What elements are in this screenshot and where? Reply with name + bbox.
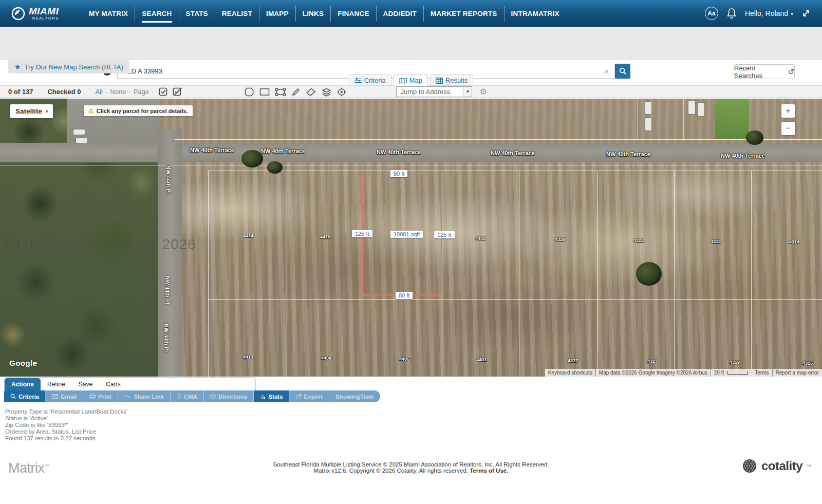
zoom-out-button[interactable]: − — [781, 122, 795, 135]
layers-icon[interactable] — [321, 87, 332, 97]
greeting-text: Hello, Roland — [745, 9, 788, 17]
radius-draw-tool-icon[interactable] — [244, 87, 254, 97]
map-attribution: Keyboard shortcuts Map data ©2026 Google… — [545, 369, 822, 377]
terms-of-use-link[interactable]: Terms of Use. — [470, 468, 508, 474]
search-icon — [619, 67, 627, 75]
tab-criteria[interactable]: Criteria — [349, 74, 391, 86]
directions-icon — [210, 394, 216, 399]
export-button[interactable]: Export — [290, 390, 329, 402]
stats-button[interactable]: Stats — [254, 390, 289, 402]
share-link-button[interactable]: Share Link — [118, 390, 171, 402]
parcel-number: 4405 — [399, 357, 409, 362]
brand-sub: REALTORS — [29, 16, 59, 21]
terms-link[interactable]: Terms — [752, 369, 772, 377]
google-logo: Google — [9, 359, 38, 367]
field-texture — [181, 162, 822, 377]
showingtime-button[interactable]: ShowingTime — [329, 390, 380, 402]
parcel-line — [287, 171, 287, 377]
tab-carts[interactable]: Carts — [99, 378, 127, 390]
parcel-dim-right: 125 ft — [434, 231, 455, 238]
criteria-button[interactable]: Criteria — [4, 390, 46, 402]
map-data-credit: Map data ©2026 Google Imagery ©2026 Airb… — [596, 369, 711, 377]
cotality-globe-icon — [742, 458, 757, 474]
new-map-search-beta-button[interactable]: ★ Try Our New Map Search (BETA) — [8, 60, 129, 73]
tree — [636, 262, 662, 286]
cotality-logo: cotality ™ — [742, 458, 811, 474]
report-map-error-link[interactable]: Report a map error — [773, 369, 822, 377]
parcel-line — [208, 171, 209, 377]
parcel-number: 4326 — [555, 237, 565, 242]
map-toolbar: 0 of 137 Checked 0 All · None · Page · — [0, 85, 822, 98]
parcel-line — [208, 299, 822, 300]
tab-refine[interactable]: Refine — [41, 378, 72, 390]
user-menu[interactable]: Hello, Roland ▾ — [745, 9, 793, 17]
jump-to-address-select[interactable]: Jump to Address ▼ — [396, 86, 472, 97]
road-label: NW 40th Terrace — [721, 153, 765, 159]
road-label: NW 40th Terrace — [606, 151, 650, 157]
rectangle-draw-tool-icon[interactable] — [259, 87, 270, 97]
tab-results[interactable]: Results — [430, 74, 473, 86]
parcel-number: 4413 — [243, 354, 253, 360]
view-tabs: Criteria Map Results — [0, 74, 822, 86]
car — [73, 129, 85, 135]
pencil-draw-tool-icon[interactable] — [291, 87, 301, 97]
nav-item-search[interactable]: SEARCH — [135, 6, 178, 22]
print-button[interactable]: Print — [83, 390, 118, 402]
nav-item-my-matrix[interactable]: MY MATRIX — [82, 6, 135, 22]
parcel-area-label: 10001 sqft — [390, 231, 423, 238]
parcel-line — [674, 171, 675, 377]
road-label: NW 44th Pl — [163, 324, 170, 352]
cotality-name: cotality — [761, 459, 802, 473]
recenter-target-icon[interactable] — [337, 87, 347, 97]
parcel-number: 4322 — [633, 238, 644, 243]
directions-button[interactable]: Directions — [204, 390, 254, 402]
nav-item-stats[interactable]: STATS — [179, 6, 215, 22]
result-count: 0 of 137 — [8, 88, 33, 96]
nav-item-intramatrix[interactable]: INTRAMATRIX — [504, 6, 566, 22]
select-all-link[interactable]: All — [95, 88, 102, 96]
nav-item-imapp[interactable]: IMAPP — [259, 6, 295, 22]
action-buttons-bar: Criteria Email Print Share Link CMA Dire… — [4, 390, 380, 402]
road-label: NW 40th Terrace — [491, 150, 535, 156]
nav-item-add-edit[interactable]: ADD/EDIT — [376, 6, 423, 22]
zoom-in-button[interactable]: + — [781, 104, 795, 118]
tab-map[interactable]: Map — [394, 74, 428, 86]
map-settings-gear-icon[interactable]: ⚙ — [479, 87, 487, 97]
parcel-number: 4315 — [802, 361, 813, 366]
road-label: NW 40th Terrace — [190, 147, 234, 153]
nav-item-realist[interactable]: REALIST — [215, 6, 259, 22]
map-scale: 20 ft — [711, 369, 751, 377]
nav-item-market-reports[interactable]: MARKET REPORTS — [423, 6, 504, 22]
search-input[interactable] — [118, 67, 600, 75]
criteria-line: Ordered by Area, Status, List Price — [5, 428, 127, 435]
satellite-map[interactable]: NW 40th Terrace NW 40th Terrace NW 40th … — [0, 99, 822, 377]
nav-item-finance[interactable]: FINANCE — [330, 6, 376, 22]
polygon-draw-tool-icon[interactable] — [275, 87, 286, 97]
nav-item-links[interactable]: LINKS — [295, 6, 331, 22]
map-type-button[interactable]: Satellite ▾ — [10, 104, 53, 118]
eraser-tool-icon[interactable] — [306, 87, 316, 97]
table-icon — [436, 78, 443, 84]
cma-button[interactable]: CMA — [171, 390, 204, 402]
email-button[interactable]: Email — [46, 390, 83, 402]
brand-name: MIAMI — [29, 6, 59, 16]
car — [76, 138, 87, 143]
printer-icon — [89, 394, 96, 399]
top-nav: MIAMI REALTORS MY MATRIX SEARCH STATS RE… — [0, 0, 822, 27]
tab-save[interactable]: Save — [72, 378, 99, 390]
uncheck-page-icon[interactable] — [173, 87, 183, 96]
keyboard-shortcuts-link[interactable]: Keyboard shortcuts — [545, 369, 595, 377]
criteria-line: Status is 'Active' — [5, 415, 127, 422]
chevron-down-icon: ▾ — [791, 11, 793, 16]
check-page-icon[interactable] — [159, 87, 169, 96]
car — [698, 103, 704, 116]
font-size-button[interactable]: Aa — [705, 7, 718, 20]
miami-realtors-logo[interactable]: MIAMI REALTORS — [11, 6, 68, 21]
select-none-link[interactable]: None — [110, 88, 126, 96]
export-icon — [296, 394, 302, 399]
select-page-link[interactable]: Page — [134, 88, 149, 96]
tab-actions[interactable]: Actions — [5, 378, 41, 390]
notifications-bell-icon[interactable] — [726, 8, 737, 19]
fullscreen-toggle-icon[interactable] — [801, 9, 811, 18]
road-label: NW 44th Pl — [164, 276, 171, 304]
